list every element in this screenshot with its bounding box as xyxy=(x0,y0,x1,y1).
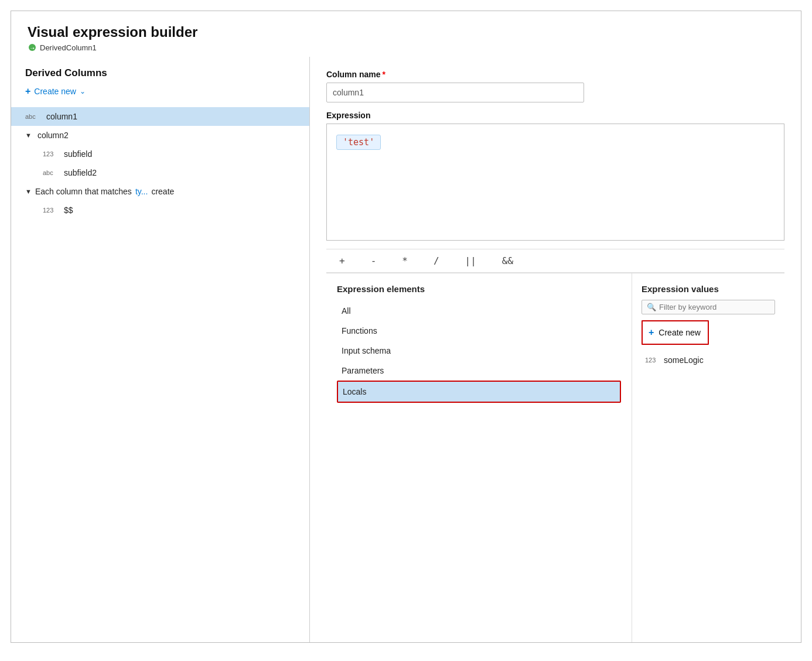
page-title: Visual expression builder xyxy=(28,24,784,40)
chevron-down-icon: ⌄ xyxy=(80,87,86,95)
expr-elem-parameters[interactable]: Parameters xyxy=(337,361,621,381)
type-badge-123: 123 xyxy=(43,207,59,214)
op-divide-button[interactable]: / xyxy=(421,254,452,268)
op-multiply-button[interactable]: * xyxy=(389,254,421,268)
each-col-matches-row[interactable]: ▼ Each column that matches ty... create xyxy=(11,182,309,201)
list-item[interactable]: 123 $$ xyxy=(11,201,309,220)
header: Visual expression builder ⇢ DerivedColum… xyxy=(11,11,801,57)
list-item[interactable]: abc column1 xyxy=(11,107,309,126)
dc-icon: ⇢ xyxy=(28,43,37,52)
bottom-panels: Expression elements All Functions Input … xyxy=(326,273,784,642)
create-new-values-label: Create new xyxy=(659,328,701,337)
expression-section: Expression 'test' xyxy=(326,111,784,241)
col-name: column2 xyxy=(37,131,69,140)
expression-elements-panel: Expression elements All Functions Input … xyxy=(326,273,632,642)
column-name-label: Column name* xyxy=(326,70,784,79)
op-and-button[interactable]: && xyxy=(489,254,526,268)
filter-input[interactable] xyxy=(659,303,770,311)
chevron-down-icon: ▼ xyxy=(25,132,32,139)
expr-elem-functions[interactable]: Functions xyxy=(337,321,621,341)
expression-values-panel: Expression values 🔍 + Create new 123 som… xyxy=(632,273,784,642)
list-item[interactable]: ▼ column2 xyxy=(11,126,309,145)
expression-elements-title: Expression elements xyxy=(337,284,621,294)
derived-column-name: DerivedColumn1 xyxy=(40,43,97,52)
list-item[interactable]: 123 someLogic xyxy=(642,351,775,369)
filter-input-wrap: 🔍 xyxy=(642,300,775,314)
derived-columns-title: Derived Columns xyxy=(25,67,295,79)
expr-elem-input-schema[interactable]: Input schema xyxy=(337,341,621,361)
chevron-down-icon: ▼ xyxy=(25,188,32,195)
column-name-input[interactable] xyxy=(326,83,584,102)
derived-column-subtitle: ⇢ DerivedColumn1 xyxy=(28,43,784,52)
expr-elem-locals[interactable]: Locals xyxy=(337,381,621,403)
col-name: $$ xyxy=(64,206,73,215)
col-name: column1 xyxy=(46,112,77,121)
op-plus-button[interactable]: + xyxy=(326,254,358,268)
col-name: subfield2 xyxy=(64,168,97,177)
each-col-create: create xyxy=(151,187,174,196)
each-col-label: Each column that matches xyxy=(35,187,132,196)
op-or-button[interactable]: || xyxy=(452,254,489,268)
operator-bar: + - * / || && xyxy=(326,249,784,273)
type-badge-abc: abc xyxy=(43,169,59,176)
list-item[interactable]: abc subfield2 xyxy=(11,163,309,182)
main-content: Derived Columns + Create new ⌄ abc colum… xyxy=(11,57,801,642)
value-name: someLogic xyxy=(664,355,704,365)
column-list: abc column1 ▼ column2 123 subfield abc s… xyxy=(11,107,309,642)
type-badge-abc: abc xyxy=(25,113,42,120)
left-panel-header: Derived Columns + Create new ⌄ xyxy=(11,67,309,104)
create-new-button[interactable]: + Create new ⌄ xyxy=(25,84,86,99)
plus-icon: + xyxy=(25,86,30,97)
search-icon: 🔍 xyxy=(647,303,656,311)
list-item[interactable]: 123 subfield xyxy=(11,145,309,163)
expr-elem-all[interactable]: All xyxy=(337,301,621,321)
type-badge-123: 123 xyxy=(43,150,59,157)
type-badge-123: 123 xyxy=(645,357,659,364)
required-star: * xyxy=(383,70,385,79)
each-col-link[interactable]: ty... xyxy=(135,187,148,196)
right-panel: Column name* Expression 'test' + - * / |… xyxy=(310,57,801,642)
col-name: subfield xyxy=(64,149,92,159)
plus-icon: + xyxy=(649,327,654,338)
expression-token: 'test' xyxy=(336,135,381,150)
expression-box[interactable]: 'test' xyxy=(326,124,784,241)
op-minus-button[interactable]: - xyxy=(358,254,390,268)
svg-text:⇢: ⇢ xyxy=(30,46,35,51)
create-new-values-button[interactable]: + Create new xyxy=(642,320,709,345)
left-panel: Derived Columns + Create new ⌄ abc colum… xyxy=(11,57,310,642)
create-new-label: Create new xyxy=(34,87,76,96)
expression-label: Expression xyxy=(326,111,784,120)
column-name-section: Column name* xyxy=(326,70,784,102)
expression-values-title: Expression values xyxy=(642,284,775,294)
